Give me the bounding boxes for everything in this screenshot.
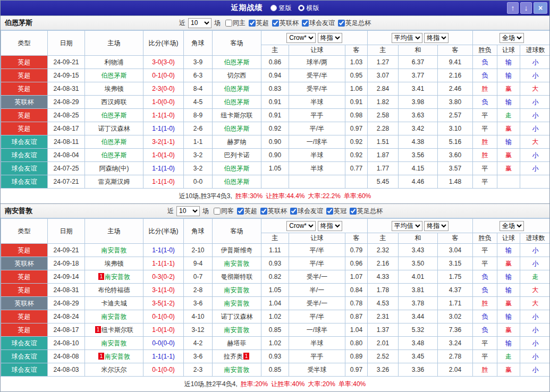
odds2-draw: 3.36 — [399, 363, 438, 377]
filter-league-checkbox[interactable]: 英足总杯 — [338, 19, 371, 28]
corners: 3-2 — [184, 162, 213, 175]
filter-league-checkbox[interactable]: 英联杯 — [272, 19, 299, 28]
recent-count-select[interactable]: 10 — [188, 18, 211, 28]
checkbox-input[interactable] — [260, 208, 267, 215]
score: 2-3(0-0) — [143, 82, 184, 96]
match-date: 24-09-15 — [48, 69, 85, 82]
checkbox-input[interactable] — [272, 20, 279, 27]
home-team-name: 伯恩茅斯 — [101, 138, 127, 146]
filter-league-checkbox[interactable]: 英冠 — [326, 207, 346, 216]
odds2-draw: 3.63 — [399, 109, 438, 122]
home-team-name: 阿森纳(中) — [99, 165, 129, 172]
down-button[interactable]: ↓ — [520, 2, 532, 14]
match-date: 24-09-21 — [48, 244, 85, 257]
red-card-badge: 1 — [95, 326, 101, 333]
result-handicap: 输 — [497, 310, 520, 323]
layout-radio-group: 竖版横版 — [270, 4, 319, 13]
col-away: 客场 — [213, 219, 261, 244]
home-team: 1南安普敦 — [85, 270, 143, 284]
filter-same-checkbox[interactable]: 同主 — [225, 19, 246, 28]
red-card-badge: 1 — [243, 353, 249, 360]
odds1-handicap — [289, 175, 345, 189]
filter-league-checkbox[interactable]: 球会友谊 — [302, 19, 335, 28]
titlebar-center: 近期战绩 竖版横版 — [1, 3, 549, 13]
close-button[interactable]: × — [534, 2, 547, 14]
match-row: 英超24-08-24南安普敦0-1(0-0)4-10诺丁汉森林1.02平/半0.… — [1, 310, 550, 323]
odds1-away: 1.07 — [345, 270, 368, 284]
score: 3-0(3-0) — [143, 56, 184, 69]
average-select[interactable]: 平均值 — [392, 33, 422, 43]
filter-league-checkbox[interactable]: 英足总杯 — [350, 207, 383, 216]
summary: 近10场,胜2平4负4,胜率:20%让胜率:40%大率:20%单率:40% — [1, 377, 549, 391]
corners: 3-12 — [184, 323, 213, 337]
up-button[interactable]: ↑ — [507, 2, 519, 14]
match-row: 英超24-08-31埃弗顿2-3(0-0)8-4伯恩茅斯0.83受平/半1.06… — [1, 82, 550, 96]
away-team-name: 巴列卡诺 — [224, 151, 250, 159]
result-wdl: 胜 — [473, 297, 497, 310]
filter-league-checkbox[interactable]: 英联杯 — [260, 207, 287, 216]
match-type: 英联杯 — [1, 96, 48, 109]
checkbox-input[interactable] — [326, 208, 333, 215]
corners: 2-6 — [184, 122, 213, 135]
match-date: 24-08-29 — [48, 96, 85, 109]
odds-provider-select[interactable]: Crow* — [286, 221, 316, 231]
result-handicap: 赢 — [497, 363, 520, 377]
matches-table: 类型 日期 主场 比分(半场) 角球 客场 Crow* 终指 平均值 终指 — [1, 30, 549, 189]
filter-league-checkbox[interactable]: 英超 — [237, 207, 257, 216]
odds2-away: 2.46 — [438, 82, 473, 96]
away-team: 赫罗纳 — [213, 135, 261, 149]
layout-radio-0[interactable]: 竖版 — [270, 4, 292, 13]
odds1-home: 0.91 — [261, 96, 289, 109]
odds-provider-select[interactable]: Crow* — [286, 33, 316, 43]
layout-radio-1[interactable]: 横版 — [298, 4, 319, 13]
away-team: 切尔西 — [213, 69, 261, 82]
score: 0-3(0-2) — [143, 270, 184, 284]
col-odds1-handicap: 让球 — [289, 233, 345, 244]
odds2-stage-select[interactable]: 终指 — [424, 221, 449, 231]
recent-count-select[interactable]: 10 — [176, 206, 200, 216]
checkbox-input[interactable] — [350, 208, 357, 215]
odds1-home — [261, 175, 289, 189]
away-team: 伯恩茅斯 — [213, 162, 261, 175]
match-type: 英超 — [1, 270, 48, 284]
odds2-away: 3.57 — [438, 162, 473, 175]
odds1-stage-select[interactable]: 终指 — [318, 33, 342, 43]
odds2-away: 9.41 — [438, 56, 473, 69]
filter-same-checkbox[interactable]: 同客 — [214, 207, 234, 216]
checkbox-input[interactable] — [338, 20, 345, 27]
match-type: 英超 — [1, 244, 48, 257]
odds1-home: 1.11 — [261, 244, 289, 257]
odds1-stage-select[interactable]: 终指 — [318, 221, 342, 231]
odds2-away: 7.36 — [438, 323, 473, 337]
checkbox-input[interactable] — [302, 20, 309, 27]
result-handicap: 输 — [497, 135, 520, 149]
fulltime-select[interactable]: 全场 — [500, 33, 524, 43]
result-goals: 小 — [520, 149, 550, 162]
odds2-home: 4.33 — [368, 270, 399, 284]
away-team: 纽卡斯尔联 — [213, 109, 261, 122]
checkbox-label: 同客 — [221, 207, 234, 216]
away-team: 诺丁汉森林 — [213, 310, 261, 323]
filter-league-checkbox[interactable]: 英超 — [249, 19, 269, 28]
score: 1-1(1-0) — [143, 175, 184, 189]
result-goals: 小 — [520, 323, 550, 337]
checkbox-input[interactable] — [249, 20, 256, 27]
checkbox-input[interactable] — [225, 20, 232, 27]
result-goals: 大 — [520, 82, 550, 96]
odds2-home: 2.01 — [368, 337, 399, 350]
team-name: 伯恩茅斯 — [5, 18, 32, 28]
checkbox-input[interactable] — [214, 208, 221, 215]
odds2-stage-select[interactable]: 终指 — [424, 33, 449, 43]
checkbox-input[interactable] — [237, 208, 244, 215]
odds2-draw: 3.42 — [399, 122, 438, 135]
col-odds1-home: 主 — [261, 45, 289, 56]
result-handicap: 输 — [497, 270, 520, 284]
match-date: 24-08-11 — [48, 135, 85, 149]
match-row: 英超24-08-31布伦特福德3-1(1-0)2-8南安普敦1.05半/一0.8… — [1, 284, 550, 297]
checkbox-input[interactable] — [290, 208, 297, 215]
score: 3-1(1-0) — [143, 284, 184, 297]
fulltime-select[interactable]: 全场 — [500, 221, 524, 231]
away-team-name: 伊普斯维奇 — [221, 246, 253, 254]
average-select[interactable]: 平均值 — [392, 221, 422, 231]
filter-league-checkbox[interactable]: 球会友谊 — [290, 207, 323, 216]
